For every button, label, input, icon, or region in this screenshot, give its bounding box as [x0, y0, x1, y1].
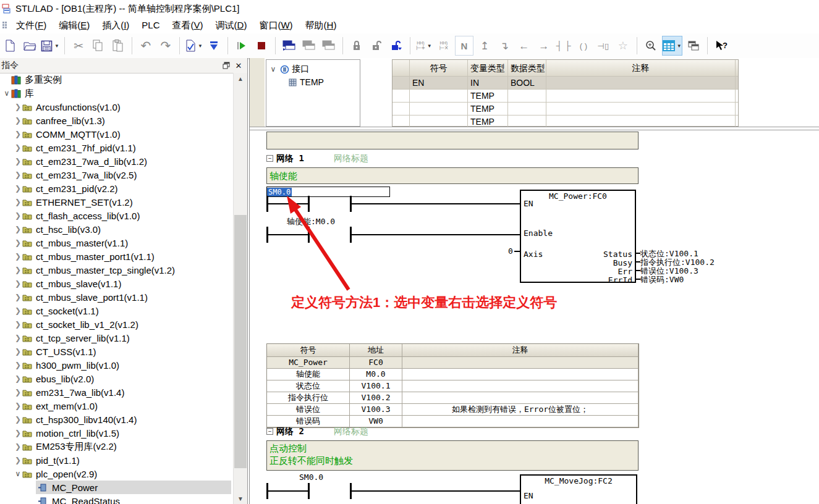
- symbol-name[interactable]: 错误码: [267, 416, 350, 427]
- tree-item-ct_tcp_server_lib-v1-1[interactable]: ❯ct_tcp_server_lib(v1.1): [0, 331, 232, 345]
- column-header-4[interactable]: 注释: [546, 60, 736, 76]
- undo-icon[interactable]: ↶: [137, 36, 155, 55]
- output-operand-errid[interactable]: 错误码:VW0: [640, 274, 684, 285]
- program-windows-icon[interactable]: [281, 36, 298, 55]
- zoom-icon[interactable]: [642, 36, 660, 55]
- network2-collapse-icon[interactable]: −: [266, 428, 273, 435]
- tree-item-em231_7wa_lib-v1-4[interactable]: ❯em231_7wa_lib(v1.4): [0, 385, 232, 399]
- menu-v[interactable]: 查看(V): [166, 19, 210, 32]
- variable-cell[interactable]: TEMP: [468, 90, 508, 102]
- chevron-right-icon[interactable]: ❯: [14, 347, 22, 356]
- variable-cell[interactable]: EN: [410, 77, 468, 89]
- tree-item-ct_mbus_master-v1-1[interactable]: ❯ct_mbus_master(v1.1): [0, 236, 232, 250]
- float-panel-icon[interactable]: [221, 61, 231, 70]
- symbol-comment[interactable]: [402, 392, 639, 403]
- chevron-down-icon[interactable]: ∨: [2, 89, 11, 98]
- chevron-right-icon[interactable]: ❯: [14, 198, 22, 206]
- dropdown-arrow-icon[interactable]: ▼: [198, 43, 203, 49]
- line-down-icon[interactable]: ↴: [496, 36, 513, 55]
- chevron-right-icon[interactable]: ❯: [14, 293, 22, 301]
- chevron-right-icon[interactable]: ❯: [14, 211, 22, 220]
- close-panel-icon[interactable]: ✕: [234, 61, 244, 70]
- chevron-right-icon[interactable]: ❯: [14, 306, 22, 315]
- menu-h[interactable]: 帮助(H): [299, 19, 343, 32]
- new-file-icon[interactable]: [1, 36, 19, 55]
- copy-icon[interactable]: [90, 36, 107, 55]
- menu-d[interactable]: 调试(D): [210, 19, 253, 32]
- column-header-3[interactable]: 数据类型: [508, 60, 546, 76]
- tree-item-ct_flash_access_lib-v1-0[interactable]: ❯ct_flash_access_lib(v1.0): [0, 209, 232, 222]
- download-icon[interactable]: [205, 36, 223, 55]
- symbol-comment[interactable]: [402, 369, 639, 380]
- symbol-row-3[interactable]: 指令执行位V100.2: [267, 392, 639, 404]
- tree-item-ct_hsc_lib-v3-0[interactable]: ❯ct_hsc_lib(v3.0): [0, 222, 232, 236]
- row-header[interactable]: [393, 90, 410, 102]
- symbol-name[interactable]: 错误位: [267, 404, 350, 415]
- tree-item-ct_socket_lib_v1_2-v1-2[interactable]: ❯ct_socket_lib_v1_2(v1.2): [0, 317, 232, 331]
- chevron-right-icon[interactable]: ❯: [14, 429, 22, 437]
- scroll-down-icon[interactable]: ▼: [234, 493, 247, 504]
- lock-icon[interactable]: [348, 36, 365, 55]
- tree-item-ct_em231_7hf_pid-v1-1[interactable]: ❯ct_em231_7hf_pid(v1.1): [0, 141, 232, 154]
- chevron-down-icon[interactable]: ∨: [14, 469, 22, 478]
- chevron-right-icon[interactable]: ❯: [14, 143, 22, 152]
- tree-item-mc_readstatus[interactable]: MC_ReadStatus: [0, 494, 232, 504]
- network1-collapse-icon[interactable]: −: [266, 155, 273, 162]
- row-header-corner[interactable]: [393, 60, 410, 76]
- symbol-comment[interactable]: [402, 380, 639, 392]
- variable-cell[interactable]: [508, 90, 546, 102]
- variable-cell[interactable]: TEMP: [468, 116, 508, 128]
- tree-item-ct_em231_7wa_lib-v2-5[interactable]: ❯ct_em231_7wa_lib(v2.5): [0, 168, 232, 182]
- tree-item-h300_pwm_lib-v1-0[interactable]: ❯h300_pwm_lib(v1.0): [0, 358, 232, 372]
- contact2-operand[interactable]: 轴使能:M0.0: [287, 216, 335, 227]
- save-icon[interactable]: ▼: [41, 36, 59, 55]
- chevron-right-icon[interactable]: ❯: [14, 116, 22, 125]
- tree-item-ct_mbus_slave-v1-1[interactable]: ❯ct_mbus_slave(v1.1): [0, 277, 232, 290]
- chevron-right-icon[interactable]: ❯: [14, 456, 22, 464]
- open-file-icon[interactable]: [21, 36, 38, 55]
- variable-cell[interactable]: BOOL: [508, 77, 546, 89]
- symbol-address[interactable]: M0.0: [350, 369, 402, 380]
- chevron-right-icon[interactable]: ❯: [14, 361, 22, 369]
- chevron-right-icon[interactable]: ❯: [14, 401, 22, 410]
- tree-item-motion_ctrl_lib-v1-5[interactable]: ❯motion_ctrl_lib(v1.5): [0, 426, 232, 440]
- chevron-right-icon[interactable]: ❯: [14, 442, 22, 451]
- row-header[interactable]: [393, 116, 410, 128]
- symbol-row-0[interactable]: MC_PowerFC0: [267, 357, 639, 369]
- row-header[interactable]: [393, 103, 410, 115]
- tree-item-mc_power[interactable]: MC_Power: [0, 481, 232, 494]
- paste-icon[interactable]: [109, 36, 127, 55]
- variable-cell[interactable]: TEMP: [468, 103, 508, 115]
- tree-item-ct_mbus_slave_port1-v1-1[interactable]: ❯ct_mbus_slave_port1(v1.1): [0, 290, 232, 304]
- mc-power-block[interactable]: MC_Power:FC0 EN Enable Axis StatusBusyEr…: [520, 190, 636, 283]
- axis-constant[interactable]: 0: [508, 246, 513, 256]
- symbol-comment[interactable]: [402, 416, 639, 427]
- symbol-name[interactable]: 状态位: [267, 380, 350, 392]
- chart-windows-icon[interactable]: [320, 36, 337, 55]
- data-windows-icon[interactable]: [300, 36, 318, 55]
- symbol-address[interactable]: V100.3: [350, 404, 402, 415]
- tree-item-ct_mbus_master_tcp_single-v1-2[interactable]: ❯ct_mbus_master_tcp_single(v1.2): [0, 263, 232, 277]
- symbol-address[interactable]: VW0: [350, 416, 402, 427]
- symbol-address[interactable]: V100.1: [350, 380, 402, 392]
- menu-w[interactable]: 窗口(W): [253, 19, 299, 32]
- variable-row-1[interactable]: TEMP: [393, 90, 738, 103]
- chevron-right-icon[interactable]: ❯: [14, 225, 22, 233]
- variable-cell[interactable]: [508, 103, 546, 115]
- scroll-thumb[interactable]: [234, 215, 247, 468]
- stop-icon[interactable]: [253, 36, 270, 55]
- tree-item-ethernet_set-v1-2[interactable]: ❯ETHERNET_SET(v1.2): [0, 195, 232, 209]
- line-right-icon[interactable]: →: [535, 36, 553, 55]
- insert-coil-icon[interactable]: ( ): [575, 36, 592, 55]
- toggle-not-icon[interactable]: N: [455, 36, 473, 56]
- tree-item-ct_uss-v1-1[interactable]: ❯CT_USS(v1.1): [0, 345, 232, 358]
- selected-operand[interactable]: SM0.0: [267, 188, 292, 196]
- symbol-row-5[interactable]: 错误码VW0: [267, 416, 639, 427]
- chevron-down-icon[interactable]: ∨: [269, 65, 278, 74]
- variable-cell[interactable]: [546, 77, 736, 89]
- tree-item-canfree_lib-v1-3[interactable]: ❯canfree_lib(v1.3): [0, 114, 232, 127]
- chevron-right-icon[interactable]: ❯: [14, 252, 22, 261]
- chevron-right-icon[interactable]: ❯: [14, 266, 22, 274]
- variable-cell[interactable]: [410, 90, 468, 102]
- chevron-right-icon[interactable]: ❯: [14, 238, 22, 247]
